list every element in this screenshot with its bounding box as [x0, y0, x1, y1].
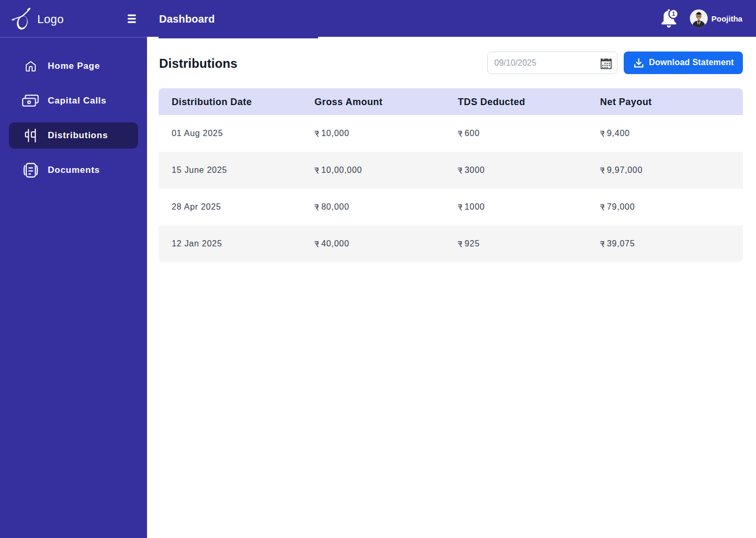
svg-text:1: 1	[672, 11, 675, 17]
